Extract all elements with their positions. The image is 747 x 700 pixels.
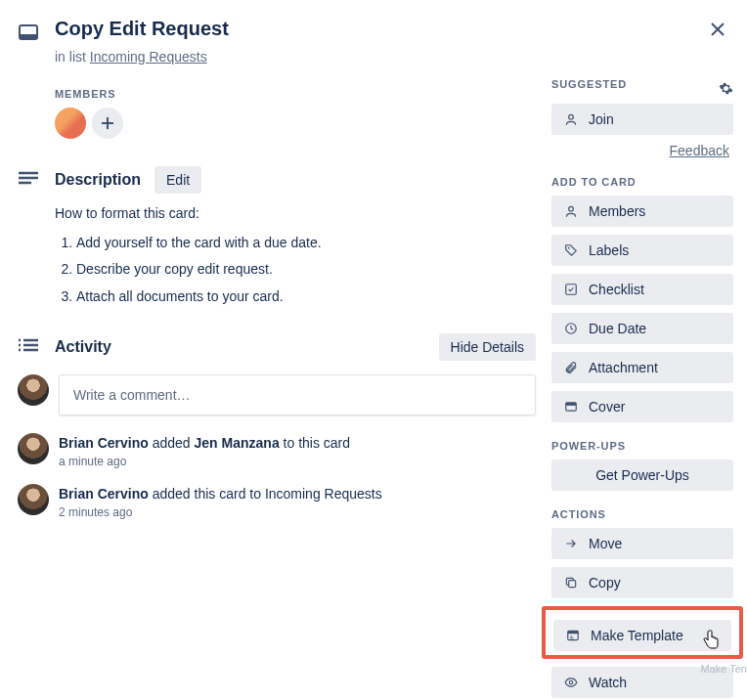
- check-icon: [563, 283, 579, 296]
- description-content[interactable]: How to format this card: Add yourself to…: [55, 203, 536, 308]
- svg-rect-1: [20, 34, 37, 39]
- current-user-avatar: [18, 374, 49, 406]
- plus-icon: [101, 116, 114, 130]
- activity-avatar[interactable]: [18, 433, 49, 464]
- activity-heading: Activity: [55, 338, 111, 356]
- move-button[interactable]: Move: [551, 528, 733, 559]
- list-context: in list Incoming Requests: [55, 49, 536, 65]
- activity-entry: Brian Cervino added Jen Manzana to this …: [59, 433, 350, 468]
- make-template-highlight: Make Template: [542, 606, 743, 659]
- svg-point-3: [569, 206, 574, 211]
- template-icon: [565, 629, 581, 642]
- description-icon: [18, 171, 41, 189]
- desc-step: Add yourself to the card with a due date…: [76, 233, 536, 254]
- desc-step: Attach all documents to your card.: [76, 286, 536, 308]
- description-heading: Description: [55, 171, 141, 189]
- svg-point-2: [569, 114, 574, 119]
- gear-icon: [719, 81, 733, 96]
- feedback-link[interactable]: Feedback: [551, 143, 733, 158]
- checklist-button[interactable]: Checklist: [551, 274, 733, 305]
- list-link[interactable]: Incoming Requests: [90, 49, 207, 65]
- join-button[interactable]: Join: [551, 104, 733, 135]
- svg-rect-11: [568, 631, 579, 634]
- get-powerups-button[interactable]: Get Power-Ups: [551, 459, 733, 491]
- copy-button[interactable]: Copy: [551, 567, 733, 598]
- attachment-button[interactable]: Attachment: [551, 352, 733, 383]
- add-member-button[interactable]: [92, 108, 123, 139]
- suggested-settings-button[interactable]: [719, 81, 733, 96]
- card-title[interactable]: Copy Edit Request: [55, 18, 229, 40]
- activity-entry: Brian Cervino added this card to Incomin…: [59, 484, 382, 519]
- comment-input[interactable]: Write a comment…: [59, 374, 536, 416]
- svg-rect-9: [569, 581, 576, 588]
- hide-details-button[interactable]: Hide Details: [439, 333, 536, 361]
- svg-point-12: [569, 680, 573, 684]
- user-icon: [563, 112, 579, 126]
- attachment-icon: [563, 361, 579, 374]
- labels-button[interactable]: Labels: [551, 235, 733, 266]
- suggested-label: SUGGESTED: [551, 78, 627, 90]
- watch-button[interactable]: Watch: [551, 667, 733, 698]
- cover-icon: [563, 400, 579, 414]
- edit-description-button[interactable]: Edit: [154, 166, 201, 194]
- clock-icon: [563, 322, 579, 335]
- activity-time[interactable]: a minute ago: [59, 455, 350, 468]
- members-label: MEMBERS: [55, 88, 536, 100]
- powerups-label: POWER-UPS: [551, 440, 733, 452]
- make-template-button[interactable]: Make Template: [553, 620, 731, 651]
- tag-icon: [563, 243, 579, 257]
- card-icon: [18, 22, 41, 43]
- activity-avatar[interactable]: [18, 484, 49, 515]
- close-icon: [710, 22, 725, 37]
- due-date-button[interactable]: Due Date: [551, 313, 733, 344]
- cover-button[interactable]: Cover: [551, 391, 733, 422]
- member-avatar[interactable]: [55, 108, 86, 139]
- eye-icon: [563, 676, 579, 689]
- desc-step: Describe your copy edit request.: [76, 259, 536, 281]
- close-button[interactable]: [704, 16, 731, 43]
- activity-time[interactable]: 2 minutes ago: [59, 505, 382, 519]
- svg-rect-8: [566, 403, 577, 406]
- user-icon: [563, 204, 579, 218]
- add-to-card-label: ADD TO CARD: [551, 176, 733, 188]
- svg-point-4: [568, 247, 570, 249]
- actions-label: ACTIONS: [551, 508, 733, 520]
- members-button[interactable]: Members: [551, 196, 733, 227]
- copy-icon: [563, 576, 579, 590]
- svg-rect-5: [566, 284, 577, 295]
- arrow-right-icon: [563, 537, 579, 550]
- activity-icon: [18, 338, 41, 356]
